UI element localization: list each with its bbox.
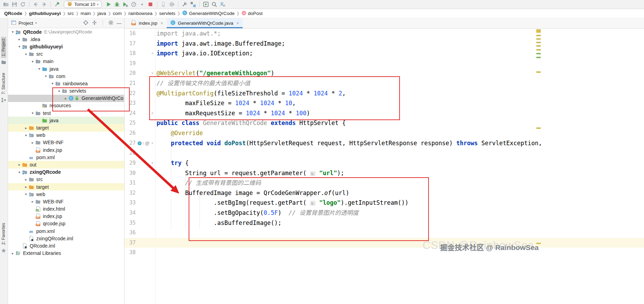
tree-item-target[interactable]: ▸target [8, 183, 124, 190]
tree-item-java[interactable]: java [8, 117, 124, 124]
tree-item-pom-xml[interactable]: mpom.xml [8, 154, 124, 161]
tree-collapse-arrow-icon[interactable]: ▾ [23, 52, 29, 56]
tree-item-src[interactable]: ▾src [8, 50, 124, 58]
tree-collapse-arrow-icon[interactable]: ▾ [37, 67, 42, 71]
forward-icon[interactable] [40, 0, 48, 9]
breadcrumb-item-src[interactable]: src [67, 11, 75, 16]
tool-stripe----project[interactable]: 1: Project [0, 37, 7, 66]
breadcrumb-item-java[interactable]: java [97, 11, 107, 16]
tree-item-pom-xml[interactable]: mpom.xml [8, 227, 124, 235]
debug-icon[interactable] [113, 0, 121, 9]
locate-icon[interactable] [83, 20, 89, 26]
tab-index-jsp[interactable]: JSPindex.jsp× [127, 18, 167, 28]
structure-icon[interactable] [189, 0, 197, 9]
collapse-icon[interactable] [92, 20, 97, 26]
tree-expand-arrow-icon[interactable]: ▸ [23, 185, 29, 189]
project-panel-title[interactable]: Project [18, 21, 33, 26]
chev-icon[interactable]: ▾ [138, 0, 146, 9]
close-icon[interactable]: × [160, 21, 163, 26]
tree-item-main[interactable]: ▾main [8, 58, 124, 65]
tree-item--idea[interactable]: ▸.idea [8, 36, 124, 43]
tree-collapse-arrow-icon[interactable]: ▾ [56, 89, 62, 93]
tree-item-rainbowsea[interactable]: ▾rainbowsea [8, 80, 124, 87]
breadcrumb-item-doPost[interactable]: mdoPost [241, 10, 263, 17]
sync-icon[interactable] [18, 0, 27, 9]
breadcrumb-item-GenerateWithQrCode[interactable]: CGenerateWithQrCode [181, 10, 235, 17]
breadcrumb-item-githubliuyueyi[interactable]: githubliuyueyi [28, 11, 62, 16]
tree-expand-arrow-icon[interactable]: ▸ [23, 178, 29, 181]
tree-collapse-arrow-icon[interactable]: ▾ [30, 60, 35, 63]
gear-icon[interactable] [108, 20, 114, 26]
tree-item-qrcode-iml[interactable]: QRcode.iml [8, 242, 124, 249]
tree-collapse-arrow-icon[interactable]: ▾ [50, 81, 55, 85]
tree-expand-arrow-icon[interactable]: ▸ [10, 251, 15, 255]
editor[interactable]: JSPindex.jsp×CGenerateWithQrCode.java× 1… [124, 18, 644, 304]
tree-item-qrcode-jsp[interactable]: JSPqrcode.jsp [8, 220, 124, 227]
wrench-icon[interactable] [181, 0, 189, 9]
tree-item-index-jsp[interactable]: JSPindex.jsp [8, 146, 124, 154]
tree-item-java[interactable]: ▾java [8, 65, 124, 72]
run-icon[interactable] [105, 0, 113, 9]
profiler-icon[interactable] [130, 0, 138, 9]
build-icon[interactable] [53, 0, 61, 9]
tool-stripe----structure[interactable]: 7: Structure [0, 71, 7, 104]
translate-icon[interactable]: 文A [219, 0, 227, 9]
tree-collapse-arrow-icon[interactable]: ▾ [10, 30, 15, 34]
tree-item-web-inf[interactable]: ▸WEB-INF [8, 139, 124, 146]
tree-item-index-html[interactable]: Hindex.html [8, 205, 124, 213]
chevron-down-icon[interactable]: ▾ [35, 21, 37, 25]
tree-expand-arrow-icon[interactable]: ▸ [17, 37, 22, 41]
runbox-icon[interactable] [202, 0, 210, 9]
tree-expand-arrow-icon[interactable]: ▸ [23, 126, 29, 130]
tree-item-web[interactable]: ▾web [8, 132, 124, 139]
tree-collapse-arrow-icon[interactable]: ▾ [17, 45, 22, 48]
tree-collapse-arrow-icon[interactable]: ▾ [43, 74, 48, 78]
tree-item-generatewithqrco[interactable]: ▸CGenerateWithQrCo [8, 95, 124, 102]
tree-expand-arrow-icon[interactable]: ▸ [30, 200, 35, 203]
tree-collapse-arrow-icon[interactable]: ▾ [23, 192, 29, 196]
breadcrumb-item-rainbowsea[interactable]: rainbowsea [128, 11, 153, 16]
tree-item-githubliuyueyi[interactable]: ▾githubliuyueyi [8, 43, 124, 50]
tree-item-zxingqrcode-iml[interactable]: zxingQRcode.iml [8, 235, 124, 242]
tree-item-servlets[interactable]: ▾servlets [8, 87, 124, 95]
close-icon[interactable]: × [236, 21, 239, 26]
tree-item-target[interactable]: ▸target [8, 124, 124, 131]
tree-item-test[interactable]: ▾test [8, 109, 124, 117]
tree-item-com[interactable]: ▾com [8, 72, 124, 80]
tree-collapse-arrow-icon[interactable]: ▾ [30, 111, 35, 115]
breadcrumb-item-com[interactable]: com [112, 11, 122, 16]
tree-item-src[interactable]: ▸src [8, 176, 124, 183]
overrides-icon[interactable]: o [138, 141, 142, 145]
save-icon[interactable] [10, 0, 18, 9]
stop-icon[interactable] [146, 0, 155, 9]
tab-generatewithqrcode-java[interactable]: CGenerateWithQrCode.java× [167, 18, 243, 28]
tree-item-out[interactable]: ▸out [8, 161, 124, 168]
tree-collapse-arrow-icon[interactable]: ▾ [23, 133, 29, 137]
tree-item-resources[interactable]: resources [8, 102, 124, 109]
breadcrumb-item-QRcode[interactable]: QRcode [3, 11, 23, 16]
tree-item-index-jsp[interactable]: JSPindex.jsp [8, 213, 124, 220]
tree-item-zxingqrcode[interactable]: ▾zxingQRcode [8, 169, 124, 176]
tree-expand-arrow-icon[interactable]: ▸ [63, 96, 68, 100]
open-icon[interactable] [2, 0, 10, 9]
fold-marker-icon[interactable]: ∨ [150, 158, 155, 168]
tree-item-web[interactable]: ▾web [8, 190, 124, 198]
fold-marker-icon[interactable]: ∨ [150, 138, 155, 148]
coverage-icon[interactable] [121, 0, 130, 9]
tool-stripe----favorites[interactable]: 2: Favorites [0, 221, 7, 255]
tree-collapse-arrow-icon[interactable]: ▾ [17, 170, 22, 174]
fold-marker-icon[interactable]: ∨ [150, 68, 155, 78]
back-icon[interactable] [31, 0, 40, 9]
minimize-icon[interactable]: — [117, 21, 122, 26]
breadcrumb-item-servlets[interactable]: servlets [158, 11, 176, 16]
tree-expand-arrow-icon[interactable]: ▸ [30, 141, 35, 145]
fold-marker-icon[interactable]: ∧ [150, 108, 155, 118]
code-area[interactable]: 16import java.awt.*;17import java.awt.im… [124, 29, 644, 304]
tree-expand-arrow-icon[interactable]: ▸ [17, 163, 22, 166]
tree-item-web-inf[interactable]: ▸WEB-INF [8, 198, 124, 205]
breadcrumb-item-main[interactable]: main [80, 11, 91, 16]
tree-item-external-libraries[interactable]: ▸External Libraries [8, 250, 124, 257]
run-configuration-select[interactable]: Tomcat 10▾ [64, 1, 102, 8]
fold-marker-icon[interactable]: ∧ [150, 48, 155, 59]
search-icon[interactable] [210, 0, 219, 9]
